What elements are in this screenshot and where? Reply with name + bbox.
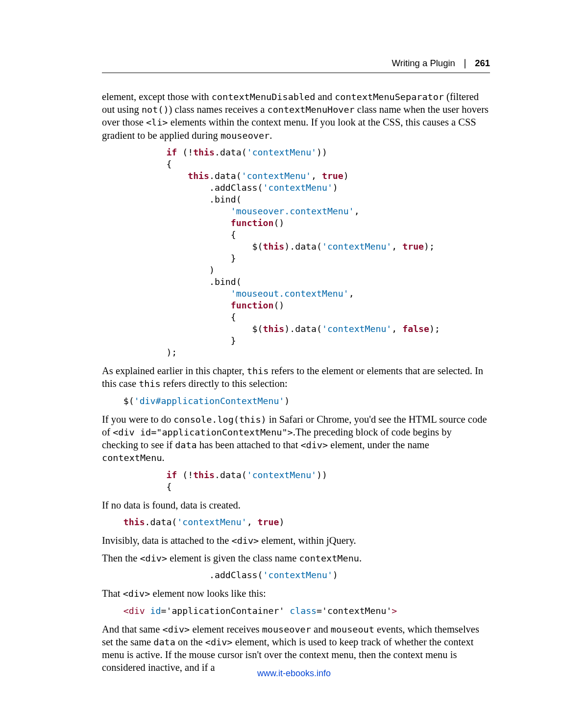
code-block: $('div#applicationContextMenu') — [102, 395, 490, 407]
text: element, except those with — [102, 91, 212, 102]
code-line: this — [263, 241, 285, 252]
code-line: = — [317, 606, 322, 616]
running-header: Writing a Plugin ❘ 261 — [102, 58, 490, 73]
code-line — [284, 606, 290, 616]
text: element, within jQuery. — [259, 535, 356, 546]
text: has been attached to that — [197, 439, 301, 450]
text: ) class names receives a — [169, 104, 268, 115]
section-title: Writing a Plugin — [392, 58, 455, 68]
code-line: if — [102, 147, 177, 157]
body-paragraph: And that same <div> element receives mou… — [102, 623, 490, 674]
code-line: , — [349, 288, 354, 299]
footer-url-link[interactable]: www.it-ebooks.info — [257, 668, 331, 678]
code-line: id — [150, 606, 161, 616]
text: on the — [175, 637, 205, 647]
body-paragraph: Invisibly, data is attached to the <div>… — [102, 534, 490, 547]
code-line: true — [322, 171, 343, 181]
code-line: $( — [102, 241, 263, 252]
code-line — [102, 606, 123, 616]
code-block: <div id='applicationContainer' class='co… — [102, 605, 490, 617]
code-line: 'contextMenu' — [322, 241, 392, 252]
code-line: ) — [333, 182, 338, 193]
page: Writing a Plugin ❘ 261 element, except t… — [0, 0, 588, 713]
text: Then the — [102, 553, 140, 563]
text: As explained earlier in this chapter, — [102, 365, 247, 376]
code-line: = — [161, 606, 166, 616]
text: If you were to do — [102, 414, 173, 425]
inline-code: data — [175, 440, 197, 450]
code-line: class — [290, 606, 317, 616]
code-line: this — [193, 470, 215, 480]
inline-code: <div> — [205, 637, 233, 647]
code-line: .data( — [209, 171, 242, 181]
body-paragraph: If you were to do console.log(this) in S… — [102, 413, 490, 464]
code-line: } — [102, 335, 236, 346]
code-line: .data( — [215, 470, 247, 480]
code-line: > — [392, 606, 397, 616]
body-paragraph: Then the <div> element is given the clas… — [102, 552, 490, 564]
code-line: } — [102, 253, 236, 263]
code-line: function — [231, 300, 274, 310]
text: . — [270, 130, 272, 141]
text: . — [359, 553, 362, 563]
code-block: if (!this.data('contextMenu')) { this.da… — [102, 147, 490, 358]
text: element is given the class name — [167, 553, 299, 563]
body-paragraph: element, except those with contextMenuDi… — [102, 90, 490, 142]
code-line: this — [102, 517, 145, 527]
text: element receives — [190, 624, 262, 635]
code-line: )) — [317, 147, 327, 157]
code-line: , — [392, 324, 402, 334]
code-line: 'div#applicationContextMenu' — [134, 396, 285, 406]
text: element, under the name — [328, 439, 429, 450]
code-line: 'contextMenu' — [247, 147, 317, 157]
inline-code: contextMenu — [102, 453, 162, 463]
text: . — [162, 452, 165, 463]
code-line: ).data( — [284, 241, 322, 252]
code-line: { — [102, 159, 172, 169]
header-separator: ❘ — [461, 58, 469, 68]
code-line: { — [102, 482, 172, 492]
inline-code: contextMenu — [299, 553, 359, 563]
code-line: false — [402, 324, 429, 334]
code-line: div — [129, 606, 145, 616]
code-line: .data( — [145, 517, 177, 527]
inline-code: mouseout — [331, 624, 374, 635]
footer-link: www.it-ebooks.info — [0, 668, 588, 679]
body-paragraph: That <div> element now looks like this: — [102, 587, 490, 600]
code-line: ) — [343, 171, 349, 181]
code-line: $( — [102, 324, 263, 334]
inline-code: console.log(this) — [173, 414, 266, 425]
code-line: ) — [279, 517, 284, 527]
code-line: this — [193, 147, 215, 157]
inline-code: data — [153, 637, 175, 647]
text: and — [315, 91, 335, 102]
text: refers directly to this selection: — [161, 378, 288, 389]
code-line: ) — [333, 570, 338, 580]
code-line: .addClass( — [102, 570, 263, 580]
code-line: ) — [102, 265, 215, 275]
code-line: () — [273, 300, 284, 310]
text: That — [102, 588, 123, 599]
code-line: , — [392, 241, 402, 252]
text: element now looks like this: — [150, 588, 266, 599]
code-line: 'mouseout.contextMenu' — [231, 288, 349, 299]
code-line: )) — [317, 470, 327, 480]
code-line: (! — [177, 470, 193, 480]
body-paragraph: If no data is found, data is created. — [102, 499, 490, 511]
inline-code: <div> — [300, 440, 328, 450]
code-line: 'contextMenu' — [322, 324, 392, 334]
code-line: $( — [102, 396, 134, 406]
code-line: , — [354, 206, 360, 216]
code-line: { — [102, 229, 236, 240]
code-line: this — [102, 171, 209, 181]
code-line: 'mouseover.contextMenu' — [231, 206, 354, 216]
code-line: true — [258, 517, 279, 527]
code-block: .addClass('contextMenu') — [102, 569, 490, 581]
inline-code: mouseover — [262, 624, 311, 635]
code-line: , — [311, 171, 322, 181]
code-line: .bind( — [102, 277, 242, 287]
code-line: if — [102, 470, 177, 480]
code-block: this.data('contextMenu', true) — [102, 516, 490, 528]
code-line: , — [247, 517, 258, 527]
inline-code: this — [247, 366, 269, 376]
